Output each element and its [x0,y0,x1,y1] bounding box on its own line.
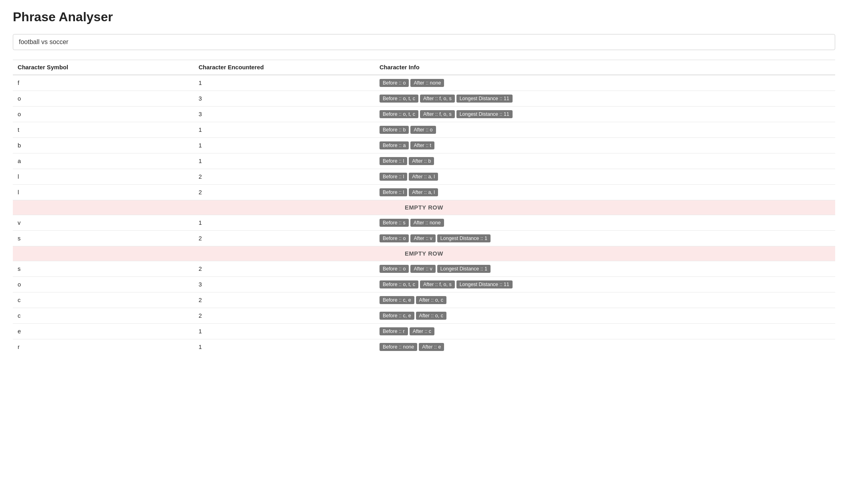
table-row: f1Before :: oAfter :: none [13,75,835,91]
cell-encountered: 2 [194,169,374,185]
col-header-symbol: Character Symbol [13,60,194,75]
info-badge: Before :: b [380,126,409,134]
cell-encountered: 3 [194,277,374,292]
info-badge: Before :: o [380,234,409,242]
info-badge: Longest Distance :: 11 [456,280,513,288]
cell-info: Before :: o, t, cAfter :: f, o, sLongest… [375,91,835,107]
cell-encountered: 1 [194,138,374,153]
cell-symbol: s [13,231,194,246]
table-row: v1Before :: sAfter :: none [13,215,835,231]
info-badge: After :: o, c [416,296,446,304]
table-row: l2Before :: lAfter :: a, l [13,185,835,200]
cell-info: Before :: c, eAfter :: o, c [375,308,835,324]
info-badge: After :: t [410,141,434,149]
cell-info: Before :: c, eAfter :: o, c [375,292,835,308]
cell-symbol: a [13,153,194,169]
cell-info: Before :: lAfter :: a, l [375,185,835,200]
info-badge: After :: none [410,219,444,227]
cell-info: Before :: sAfter :: none [375,215,835,231]
info-badge: After :: f, o, s [420,280,455,288]
cell-encountered: 1 [194,75,374,91]
cell-encountered: 2 [194,185,374,200]
cell-info: Before :: o, t, cAfter :: f, o, sLongest… [375,277,835,292]
info-badge: Before :: o, t, c [380,95,418,103]
info-badge: After :: o [410,126,436,134]
cell-info: Before :: lAfter :: a, l [375,169,835,185]
cell-info: Before :: oAfter :: none [375,75,835,91]
info-badge: After :: f, o, s [420,110,455,118]
table-row: o3Before :: o, t, cAfter :: f, o, sLonge… [13,277,835,292]
table-row: c2Before :: c, eAfter :: o, c [13,292,835,308]
info-badge: Before :: a [380,141,409,149]
info-badge: After :: v [410,265,435,273]
table-row: r1Before :: noneAfter :: e [13,339,835,355]
cell-symbol: t [13,122,194,138]
info-badge: After :: c [410,327,434,335]
cell-info: Before :: oAfter :: vLongest Distance ::… [375,231,835,246]
table-row: s2Before :: oAfter :: vLongest Distance … [13,231,835,246]
info-badge: Longest Distance :: 1 [437,234,491,242]
info-badge: Before :: l [380,173,407,181]
cell-symbol: s [13,261,194,277]
info-badge: Longest Distance :: 11 [456,95,513,103]
cell-symbol: o [13,91,194,107]
table-row: b1Before :: aAfter :: t [13,138,835,153]
cell-encountered: 2 [194,292,374,308]
table-row: s2Before :: oAfter :: vLongest Distance … [13,261,835,277]
cell-symbol: c [13,292,194,308]
empty-row-label: EMPTY ROW [13,246,835,261]
results-table: Character Symbol Character Encountered C… [13,60,835,355]
info-badge: Before :: none [380,343,417,351]
info-badge: After :: a, l [409,188,438,196]
cell-encountered: 2 [194,308,374,324]
cell-symbol: o [13,107,194,122]
search-input[interactable] [13,34,835,50]
empty-row: EMPTY ROW [13,246,835,261]
info-badge: Before :: o, t, c [380,110,418,118]
table-row: c2Before :: c, eAfter :: o, c [13,308,835,324]
info-badge: Before :: r [380,327,408,335]
table-row: e1Before :: rAfter :: c [13,324,835,339]
cell-info: Before :: rAfter :: c [375,324,835,339]
cell-symbol: b [13,138,194,153]
info-badge: Before :: l [380,188,407,196]
empty-row: EMPTY ROW [13,200,835,215]
table-row: o3Before :: o, t, cAfter :: f, o, sLonge… [13,91,835,107]
cell-encountered: 3 [194,91,374,107]
cell-encountered: 1 [194,122,374,138]
cell-encountered: 1 [194,324,374,339]
cell-encountered: 1 [194,153,374,169]
cell-info: Before :: lAfter :: b [375,153,835,169]
info-badge: Before :: o [380,265,409,273]
cell-encountered: 1 [194,339,374,355]
cell-encountered: 2 [194,231,374,246]
info-badge: Before :: l [380,157,407,165]
info-badge: Before :: s [380,219,409,227]
empty-row-label: EMPTY ROW [13,200,835,215]
info-badge: After :: o, c [416,312,446,320]
cell-info: Before :: noneAfter :: e [375,339,835,355]
info-badge: Before :: c, e [380,312,414,320]
cell-symbol: e [13,324,194,339]
info-badge: After :: a, l [409,173,438,181]
info-badge: After :: none [410,79,444,87]
info-badge: After :: b [409,157,434,165]
col-header-encountered: Character Encountered [194,60,374,75]
info-badge: Before :: o, t, c [380,280,418,288]
info-badge: After :: f, o, s [420,95,455,103]
info-badge: Longest Distance :: 11 [456,110,513,118]
cell-symbol: o [13,277,194,292]
cell-symbol: c [13,308,194,324]
cell-info: Before :: aAfter :: t [375,138,835,153]
cell-info: Before :: o, t, cAfter :: f, o, sLongest… [375,107,835,122]
cell-info: Before :: bAfter :: o [375,122,835,138]
table-row: l2Before :: lAfter :: a, l [13,169,835,185]
col-header-info: Character Info [375,60,835,75]
page-title: Phrase Analyser [13,10,835,24]
cell-symbol: l [13,185,194,200]
cell-symbol: r [13,339,194,355]
cell-encountered: 1 [194,215,374,231]
info-badge: Before :: o [380,79,409,87]
cell-encountered: 2 [194,261,374,277]
cell-info: Before :: oAfter :: vLongest Distance ::… [375,261,835,277]
